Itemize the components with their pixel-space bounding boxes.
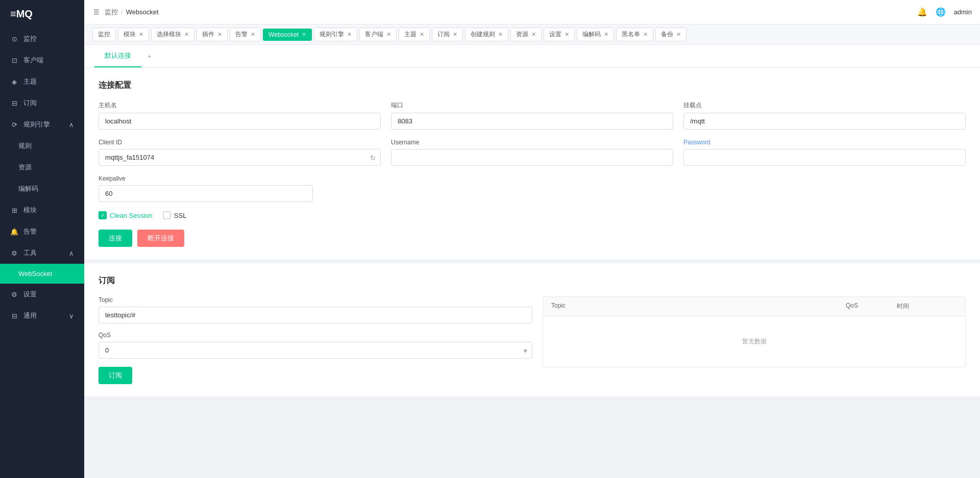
qos-select-wrapper: 0 1 2 [99, 342, 532, 359]
subscribe-table: Topic QoS 时间 暂无数据 [543, 296, 966, 384]
sidebar-item-websocket[interactable]: WebSocket [0, 264, 84, 284]
chevron-up-icon2: ∧ [69, 249, 74, 257]
form-group-keepalive: Keepalive [99, 175, 313, 202]
tab-close-create-rule[interactable]: ✕ [498, 31, 503, 38]
subscribe-button[interactable]: 订阅 [99, 367, 132, 384]
breadcrumb: 监控 / Websocket [105, 8, 159, 17]
form-group-hostname: 主机名 [99, 101, 381, 130]
tab-close-backup[interactable]: ✕ [676, 31, 681, 38]
tab-close-rules-engine[interactable]: ✕ [347, 31, 352, 38]
connection-title: 连接配置 [99, 80, 966, 91]
password-label: Password [683, 139, 966, 146]
port-input[interactable] [391, 113, 673, 130]
connect-button[interactable]: 连接 [99, 230, 132, 247]
tab-close-alerts[interactable]: ✕ [251, 31, 255, 38]
tab-close-select-module[interactable]: ✕ [184, 31, 189, 38]
sidebar-item-resources[interactable]: 资源 [0, 157, 84, 178]
page-tab-add[interactable]: + [141, 46, 158, 66]
tools-icon: ⚙ [10, 249, 18, 257]
tab-subscriptions[interactable]: 订阅 ✕ [432, 28, 463, 41]
globe-icon[interactable]: 🌐 [936, 7, 946, 17]
table-col-qos: QoS [838, 297, 889, 316]
form-group-qos: QoS 0 1 2 [99, 332, 532, 359]
sidebar-item-subscriptions[interactable]: ⊟ 订阅 [0, 92, 84, 114]
sidebar-item-clients[interactable]: ⊡ 客户端 [0, 49, 84, 71]
tab-close-resources[interactable]: ✕ [531, 31, 536, 38]
tab-backup[interactable]: 备份 ✕ [655, 28, 687, 41]
notification-icon[interactable]: 🔔 [917, 7, 927, 17]
sidebar-item-rules-engine[interactable]: ⟳ 规则引擎 ∧ [0, 114, 84, 135]
tab-topics[interactable]: 主题 ✕ [399, 28, 430, 41]
alerts-icon: 🔔 [10, 228, 18, 236]
topics-icon: ◈ [10, 78, 18, 86]
menu-icon[interactable]: ☰ [92, 8, 101, 16]
table-body: 暂无数据 [543, 316, 966, 367]
ssl-checkbox[interactable]: SSL [163, 211, 187, 219]
tab-close-plugins[interactable]: ✕ [217, 31, 222, 38]
tab-close-websocket[interactable]: ✕ [302, 31, 306, 38]
refresh-icon[interactable]: ↻ [370, 154, 376, 161]
tab-rules-engine[interactable]: 规则引擎 ✕ [314, 28, 357, 41]
tab-close-settings[interactable]: ✕ [565, 31, 569, 38]
port-label: 端口 [391, 101, 673, 110]
action-buttons: 连接 断开连接 [99, 230, 966, 247]
tab-close-subscriptions[interactable]: ✕ [453, 31, 457, 38]
disconnect-button[interactable]: 断开连接 [137, 230, 184, 247]
sidebar-item-monitor[interactable]: ⊙ 监控 [0, 28, 84, 49]
tab-close-modules[interactable]: ✕ [139, 31, 143, 38]
tab-websocket[interactable]: Websocket ✕ [263, 29, 312, 41]
table-col-time: 时间 [889, 297, 965, 316]
form-row-1: 主机名 端口 挂载点 [99, 101, 966, 130]
subscribe-section: 订阅 Topic QoS 0 1 2 [84, 263, 980, 396]
hostname-input[interactable] [99, 113, 381, 130]
qos-select[interactable]: 0 1 2 [99, 342, 532, 359]
tab-monitor[interactable]: 监控 [92, 28, 116, 41]
sidebar-item-rule[interactable]: 规则 [0, 135, 84, 157]
sidebar-item-tools[interactable]: ⚙ 工具 ∧ [0, 242, 84, 264]
sidebar-item-modules[interactable]: ⊞ 模块 [0, 199, 84, 221]
form-group-clientid: Client ID ↻ [99, 139, 381, 166]
tab-resources[interactable]: 资源 ✕ [510, 28, 542, 41]
sidebar-item-codec[interactable]: 编解码 [0, 178, 84, 199]
tab-plugins[interactable]: 插件 ✕ [197, 28, 228, 41]
hostname-label: 主机名 [99, 101, 381, 110]
general-icon: ⊟ [10, 312, 18, 320]
tab-create-rule[interactable]: 创建规则 ✕ [465, 28, 508, 41]
password-input[interactable] [683, 149, 966, 166]
tab-close-blacklist[interactable]: ✕ [643, 31, 648, 38]
app-logo: ≡MQ [0, 0, 84, 28]
tab-clients[interactable]: 客户端 ✕ [359, 28, 397, 41]
connection-section: 连接配置 主机名 端口 挂载点 Client ID [84, 68, 980, 259]
form-row-2: Client ID ↻ Username Password [99, 139, 966, 166]
form-group-topic: Topic [99, 296, 532, 323]
sidebar-item-general[interactable]: ⊟ 通用 ∨ [0, 305, 84, 326]
rules-icon: ⟳ [10, 120, 18, 129]
mountpoint-input[interactable] [683, 113, 966, 130]
form-group-username: Username [391, 139, 673, 166]
tab-close-topics[interactable]: ✕ [420, 31, 424, 38]
sidebar-item-alerts[interactable]: 🔔 告警 [0, 221, 84, 242]
keepalive-input[interactable] [99, 185, 313, 202]
tab-select-module[interactable]: 选择模块 ✕ [151, 28, 194, 41]
clean-session-checkbox[interactable]: ✓ Clean Session [99, 211, 153, 219]
tab-modules[interactable]: 模块 ✕ [118, 28, 149, 41]
subscribe-title: 订阅 [99, 275, 966, 286]
table-header: Topic QoS 时间 [543, 296, 966, 316]
username-input[interactable] [391, 149, 673, 166]
tab-codec[interactable]: 编解码 ✕ [577, 28, 614, 41]
tab-settings[interactable]: 设置 ✕ [544, 28, 575, 41]
main-area: ☰ 监控 / Websocket 🔔 🌐 admin 监控 模块 ✕ 选择模块 … [84, 0, 980, 478]
tab-blacklist[interactable]: 黑名单 ✕ [616, 28, 653, 41]
sidebar-item-settings[interactable]: ⚙ 设置 [0, 284, 84, 305]
clientid-input[interactable] [99, 149, 381, 166]
sidebar-item-topics[interactable]: ◈ 主题 [0, 71, 84, 92]
topic-input[interactable] [99, 307, 532, 323]
username-label: Username [391, 139, 673, 146]
tab-close-codec[interactable]: ✕ [604, 31, 608, 38]
tab-close-clients[interactable]: ✕ [386, 31, 391, 38]
topbar-right: 🔔 🌐 admin [917, 7, 972, 17]
page-tab-default-connection[interactable]: 默认连接 [94, 45, 141, 67]
clean-session-checkbox-box: ✓ [99, 211, 107, 219]
tab-alerts[interactable]: 告警 ✕ [230, 28, 261, 41]
checkmark-icon: ✓ [101, 213, 105, 218]
